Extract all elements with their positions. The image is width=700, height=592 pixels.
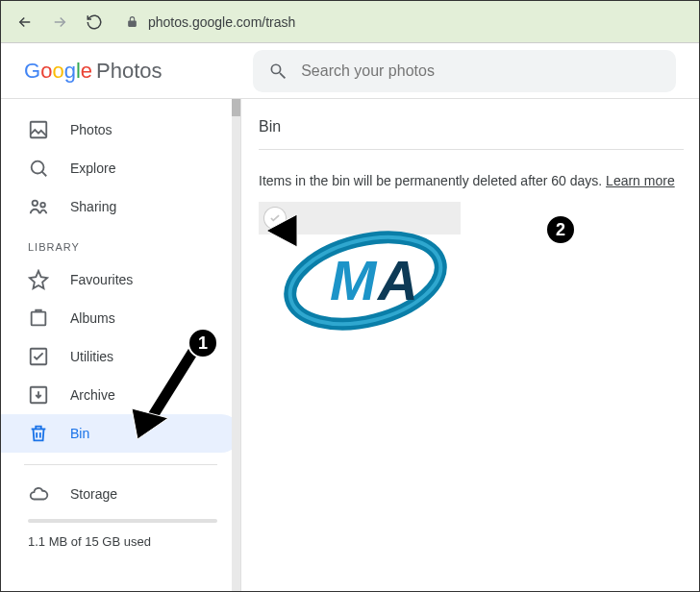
scrollbar[interactable] [232, 99, 240, 592]
reload-button[interactable] [84, 12, 105, 33]
sidebar-item-storage[interactable]: Storage [1, 475, 240, 513]
svg-point-3 [40, 203, 45, 208]
bin-notice: Items in the bin will be permanently del… [259, 173, 684, 188]
annotation-badge-1: 1 [188, 328, 218, 358]
nav-label: Albums [70, 310, 115, 326]
nav-label: Explore [70, 160, 115, 176]
annotation-arrow-2 [259, 207, 557, 255]
sidebar-item-sharing[interactable]: Sharing [1, 187, 240, 226]
svg-text:A: A [376, 249, 418, 311]
nav-label: Storage [70, 486, 117, 502]
learn-more-link[interactable]: Learn more [606, 173, 675, 188]
svg-point-2 [33, 201, 38, 207]
nav-label: Favourites [70, 272, 133, 287]
nav-label: Photos [70, 122, 112, 137]
lock-icon [126, 15, 138, 28]
url-text: photos.google.com/trash [148, 14, 295, 30]
main-area: Bin Items in the bin will be permanently… [241, 99, 699, 592]
star-icon [28, 269, 49, 290]
photos-text: Photos [96, 59, 162, 84]
archive-icon [28, 384, 49, 406]
svg-marker-12 [266, 214, 297, 247]
svg-marker-14 [132, 408, 168, 439]
library-section-label: LIBRARY [1, 226, 240, 260]
app-header: Google Photos [1, 43, 699, 99]
annotation-badge-2: 2 [545, 214, 576, 245]
svg-line-13 [149, 345, 197, 422]
storage-usage-text: 1.1 MB of 15 GB used [1, 529, 240, 549]
utilities-icon [28, 346, 49, 367]
svg-rect-4 [32, 312, 46, 326]
cloud-icon [28, 483, 49, 505]
svg-text:M: M [330, 249, 378, 311]
storage-meter [28, 519, 217, 523]
search-box[interactable] [253, 50, 676, 92]
divider [24, 464, 217, 465]
sharing-icon [28, 196, 49, 217]
browser-bar: photos.google.com/trash [1, 1, 699, 43]
nav-label: Bin [70, 426, 89, 441]
albums-icon [28, 308, 49, 329]
svg-rect-0 [31, 122, 47, 138]
nav-label: Archive [70, 387, 115, 403]
back-button[interactable] [14, 12, 36, 33]
divider [259, 149, 684, 150]
explore-icon [28, 158, 49, 179]
google-photos-logo[interactable]: Google Photos [24, 59, 162, 84]
search-icon [268, 61, 288, 82]
search-input[interactable] [301, 62, 661, 80]
sidebar-item-photos[interactable]: Photos [1, 111, 240, 149]
photos-icon [28, 119, 49, 140]
nav-label: Sharing [70, 199, 116, 214]
sidebar-item-favourites[interactable]: Favourites [1, 260, 240, 299]
page-title: Bin [259, 118, 684, 136]
svg-point-1 [32, 161, 44, 174]
forward-button[interactable] [49, 12, 70, 33]
nav-label: Utilities [70, 349, 113, 364]
address-bar[interactable]: photos.google.com/trash [118, 14, 686, 30]
bin-icon [28, 423, 49, 444]
sidebar-item-explore[interactable]: Explore [1, 149, 240, 187]
